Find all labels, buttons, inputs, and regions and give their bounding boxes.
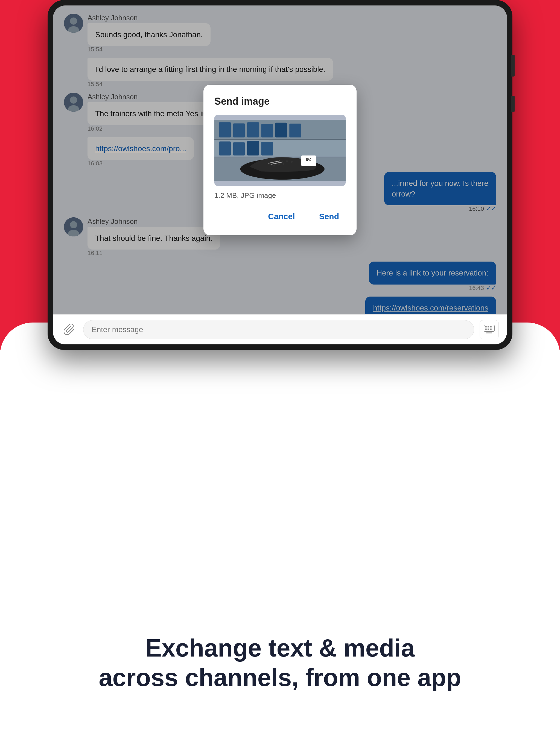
dialog-title: Send image bbox=[214, 96, 346, 107]
svg-rect-13 bbox=[214, 157, 346, 157]
svg-rect-40 bbox=[490, 326, 492, 328]
svg-rect-19 bbox=[289, 124, 301, 137]
svg-text:8½: 8½ bbox=[306, 157, 312, 161]
shoe-image-svg: 8½ bbox=[214, 115, 346, 186]
dialog-actions: Cancel Send bbox=[214, 209, 346, 224]
dialog-image-preview: 8½ bbox=[214, 115, 346, 186]
message-input[interactable] bbox=[83, 320, 474, 339]
svg-rect-15 bbox=[233, 123, 245, 137]
svg-rect-39 bbox=[487, 326, 489, 328]
send-image-dialog: Send image bbox=[203, 85, 357, 235]
svg-rect-16 bbox=[247, 122, 259, 137]
tagline-section: Exchange text & media across channels, f… bbox=[0, 633, 560, 692]
svg-rect-11 bbox=[214, 139, 346, 140]
svg-rect-14 bbox=[219, 122, 231, 137]
tagline-line2: across channels, from one app bbox=[55, 663, 505, 692]
dialog-file-info: 1.2 MB, JPG image bbox=[214, 191, 346, 200]
send-button[interactable]: Send bbox=[312, 209, 346, 224]
svg-rect-18 bbox=[275, 123, 287, 137]
svg-point-32 bbox=[278, 163, 280, 165]
power-button[interactable] bbox=[511, 55, 515, 77]
svg-rect-38 bbox=[485, 326, 487, 328]
svg-rect-41 bbox=[485, 329, 487, 330]
dialog-overlay: Send image bbox=[53, 5, 507, 314]
svg-rect-37 bbox=[484, 325, 494, 332]
tagline-line1: Exchange text & media bbox=[55, 633, 505, 663]
cancel-button[interactable]: Cancel bbox=[261, 209, 301, 224]
svg-rect-22 bbox=[247, 141, 259, 155]
svg-rect-17 bbox=[261, 124, 273, 137]
svg-rect-23 bbox=[261, 142, 273, 156]
page-wrapper: Ashley Johnson Sounds good, thanks Jonat… bbox=[0, 0, 560, 747]
chat-area: Ashley Johnson Sounds good, thanks Jonat… bbox=[53, 5, 507, 314]
tablet-screen: Ashley Johnson Sounds good, thanks Jonat… bbox=[53, 5, 507, 344]
volume-button[interactable] bbox=[511, 96, 515, 112]
svg-rect-20 bbox=[219, 141, 231, 155]
svg-point-31 bbox=[273, 164, 275, 166]
tablet-device: Ashley Johnson Sounds good, thanks Jonat… bbox=[48, 0, 512, 350]
attach-button[interactable] bbox=[61, 321, 78, 338]
svg-rect-43 bbox=[490, 329, 492, 330]
input-bar bbox=[53, 314, 507, 344]
svg-rect-42 bbox=[487, 329, 489, 330]
svg-rect-21 bbox=[233, 142, 245, 155]
svg-point-33 bbox=[282, 163, 284, 165]
keyboard-button[interactable] bbox=[480, 320, 499, 339]
svg-point-30 bbox=[291, 161, 292, 163]
svg-point-29 bbox=[286, 160, 288, 162]
